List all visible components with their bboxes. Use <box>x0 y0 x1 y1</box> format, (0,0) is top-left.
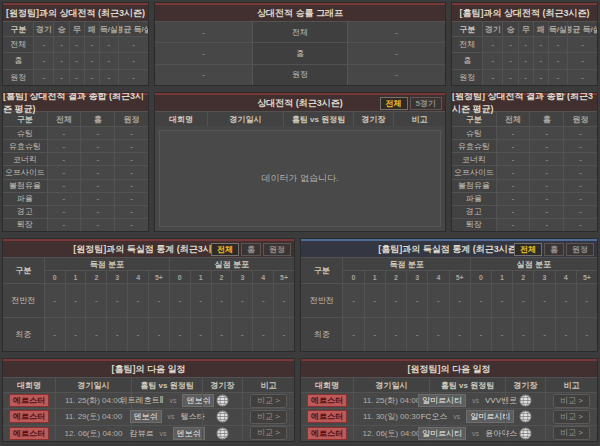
value-cell: - <box>496 219 530 231</box>
row-label: 퇴장 <box>452 219 496 231</box>
stadium-icon[interactable] <box>202 426 242 441</box>
column-header: 경기일시 <box>207 112 283 126</box>
value-cell: 3 <box>533 271 554 283</box>
row-values: ------ <box>482 53 597 68</box>
value-cell: - <box>491 318 512 351</box>
filter-away-button[interactable]: 원정 <box>566 243 594 256</box>
row-values: --- <box>496 166 598 178</box>
column-header: 경기일시 <box>353 378 429 392</box>
home-team-name: 위트레흐트Ⅱ <box>120 395 164 406</box>
filter-home-button[interactable]: 홈 <box>241 243 261 256</box>
home-team-name: 덴보쉬 <box>130 410 162 423</box>
match-cell: 위트레흐트Ⅱ vs 덴보쉬 <box>131 393 202 408</box>
value-cell: - <box>80 127 114 139</box>
match-cell: 알미르시티 vs 용아약스 <box>429 426 505 441</box>
value-cell: - <box>512 284 533 317</box>
table-row: 원정 ------ <box>452 69 597 85</box>
value-cell: 패 <box>533 22 548 36</box>
value-cell: - <box>44 284 65 317</box>
panel-title: [홈팀]의 다음 일정 <box>3 359 294 377</box>
filter-group: 전체 홈 원정 <box>211 243 291 256</box>
column-header: 득점 분포 <box>45 258 169 270</box>
value-cell: 2 <box>512 271 533 283</box>
row-values: ------ <box>33 70 148 85</box>
away-bar-area: - <box>348 65 445 85</box>
graph-row: - 홈 - <box>155 42 445 63</box>
value-cell: - <box>555 284 576 317</box>
value-cell: - <box>496 166 530 178</box>
table-row: 최종 ------------ <box>3 317 294 351</box>
compare-button[interactable]: 비교 > <box>250 410 287 424</box>
value-cell: 2 <box>211 271 232 283</box>
column-header: 대회명 <box>155 112 207 126</box>
value-cell: - <box>99 53 118 68</box>
value-cell: 4 <box>427 271 448 283</box>
value-cell: - <box>127 318 148 351</box>
group-headers: 득점 분포 실점 분포 <box>45 258 294 270</box>
value-cell: - <box>563 180 597 192</box>
filter-away-button[interactable]: 원정 <box>263 243 291 256</box>
stadium-icon[interactable] <box>202 409 242 424</box>
filter-group: 전체 홈 원정 <box>514 243 594 256</box>
filter-5games-button[interactable]: 5경기 <box>410 97 442 110</box>
value-cell: - <box>385 318 406 351</box>
filter-all-button[interactable]: 전체 <box>380 97 408 110</box>
value-cell: 패 <box>84 22 99 36</box>
stadium-icon[interactable] <box>505 409 545 424</box>
stadium-icon[interactable] <box>505 393 545 408</box>
stadium-icon[interactable] <box>505 426 545 441</box>
value-cell: - <box>118 70 148 85</box>
row-values: ------------ <box>342 284 597 317</box>
value-cell: 5+ <box>148 271 169 283</box>
table-row: 홈 ------ <box>452 52 597 68</box>
filter-all-button[interactable]: 전체 <box>211 243 239 256</box>
filter-all-button[interactable]: 전체 <box>514 243 542 256</box>
value-cell: - <box>529 180 563 192</box>
value-cell: - <box>529 127 563 139</box>
value-cell: - <box>563 153 597 165</box>
value-cell: - <box>84 70 99 85</box>
value-cell: - <box>512 318 533 351</box>
value-cell: 경기 <box>33 22 53 36</box>
compare-button[interactable]: 비교 > <box>250 394 287 408</box>
scored-bins: 012345+ <box>45 271 169 283</box>
value-cell: - <box>563 206 597 218</box>
filter-home-button[interactable]: 홈 <box>544 243 564 256</box>
value-cell: - <box>106 284 127 317</box>
value-cell: - <box>482 53 502 68</box>
value-cell: - <box>555 318 576 351</box>
value-cell: - <box>406 318 427 351</box>
stadium-icon[interactable] <box>202 393 242 408</box>
row-values: --- <box>496 206 598 218</box>
table-row: 슈팅--- <box>452 126 597 139</box>
row-label: 오프사이드 <box>452 166 496 178</box>
value-cell: - <box>231 284 252 317</box>
value-cell: - <box>33 53 53 68</box>
value-cell: - <box>563 193 597 205</box>
column-header: 홈팀 vs 원정팀 <box>283 112 353 126</box>
value-cell: 5+ <box>273 271 294 283</box>
value-cell: - <box>496 127 530 139</box>
compare-button[interactable]: 비교 > <box>553 410 590 424</box>
compare-button[interactable]: 비교 > <box>553 394 590 408</box>
panel-title: [원정팀]과의 상대전적 (최근3시즌) <box>3 3 148 21</box>
match-datetime: 11. 30(일) 00:30 <box>353 409 429 424</box>
value-cell: - <box>548 70 567 85</box>
value-cell: - <box>114 166 148 178</box>
panel-home-summary: [홈팀] 상대전적 결과 종합 (최근3시즌 평균) 구분 전체홈원정 슈팅--… <box>2 92 149 232</box>
panel-title: [홈팀]과의 득실점 통계 (최근3시즌) 전체 홈 원정 <box>301 239 597 257</box>
column-header: 경기일시 <box>55 378 131 392</box>
row-label: 슈팅 <box>452 127 496 139</box>
value-cell: - <box>470 318 491 351</box>
value-cell: - <box>148 284 169 317</box>
value-cell: 1 <box>65 271 86 283</box>
value-cell: - <box>118 37 148 52</box>
value-cell: - <box>529 206 563 218</box>
value-cell: - <box>106 318 127 351</box>
compare-button[interactable]: 비교 > <box>250 426 287 440</box>
table-header: 대회명 경기일시 홈팀 vs 원정팀 경기장 비고 <box>155 111 445 126</box>
value-cell: - <box>65 284 86 317</box>
league-badge: 에르스터 <box>9 427 49 440</box>
value-cell: - <box>47 140 81 152</box>
compare-button[interactable]: 비교 > <box>553 426 590 440</box>
